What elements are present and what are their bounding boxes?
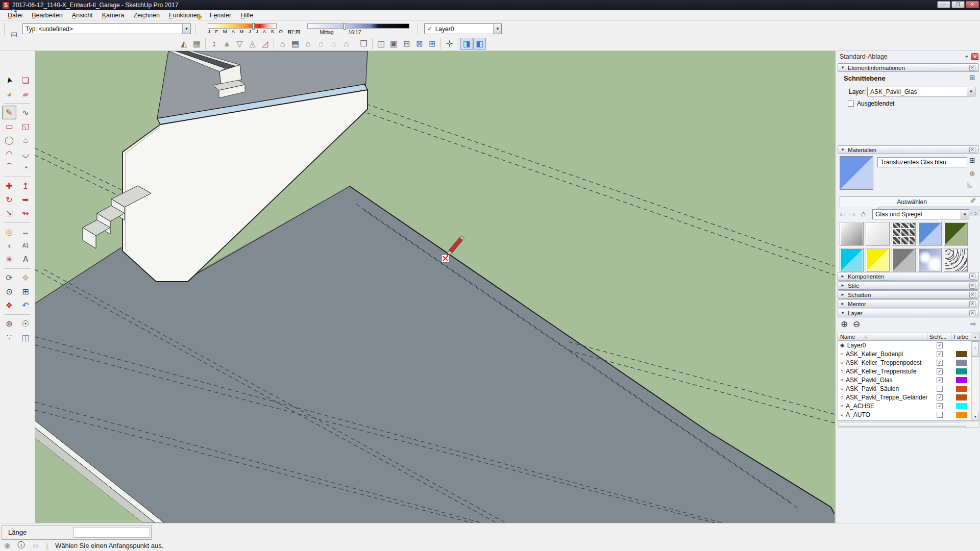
toolbar-grip[interactable] [4,23,6,35]
radio-icon[interactable]: ○ [840,351,843,357]
undo-icon[interactable]: ↶ [8,0,20,6]
previous-view-icon[interactable]: ↶ [18,298,33,312]
section-header-mentor[interactable]: ►Mentor✕ [838,299,978,308]
eyedropper-icon[interactable]: ✐ [970,196,976,205]
dimension-tool-icon[interactable]: ↔ [18,225,33,239]
radio-icon[interactable]: ○ [840,386,843,391]
layer-color-chip[interactable] [956,351,967,357]
visibility-checkbox[interactable]: ✓ [937,368,943,374]
material-glas-grau[interactable] [892,248,916,272]
add-layer-icon[interactable]: ⊕ [841,319,848,330]
layer-details-arrow-icon[interactable]: ⇨ [970,320,976,328]
menu-zeichnen[interactable]: Zeichnen [129,11,164,20]
view-top-icon[interactable]: ▤ [289,38,302,50]
layer-row[interactable]: ○ASK_Pavkl_Säulen [838,384,971,393]
shadow-time-slider-handle[interactable] [344,23,346,30]
forward-arrow-icon[interactable]: ⇨ [850,210,856,218]
material-glas-struktur[interactable] [944,248,968,272]
pin-icon[interactable]: ⌖ [963,53,970,60]
layer-list-vscrollbar[interactable]: ≡ ▼ [971,341,979,421]
visibility-checkbox[interactable]: ✓ [937,342,943,348]
component-options-icon[interactable]: ❖ [193,11,206,23]
radio-icon[interactable]: ○ [840,403,843,409]
layer-color-chip[interactable] [956,368,967,374]
flip-edge-icon[interactable]: ◿ [259,38,272,50]
back-arrow-icon[interactable]: ⇦ [840,210,846,218]
sandbox-from-contours-icon[interactable]: ◭ [178,38,190,50]
zoom-extents-icon[interactable]: ❖ [2,298,16,312]
entity-layer-combo[interactable]: ASK_Pavkl_Glas ▼ [867,87,975,96]
trim-icon[interactable]: ⊠ [413,38,426,50]
material-glas-klar[interactable] [866,222,890,246]
details-arrow-icon[interactable]: ⇨ [971,209,977,217]
section-header-materials[interactable]: ▼ Materialien ✕ [838,145,978,154]
layer-row[interactable]: ○A_ACHSE✓ [838,402,971,410]
material-spiegel-himmel[interactable] [918,248,942,272]
menu-bearbeiten[interactable]: Bearbeiten [27,11,67,20]
display-section-planes-icon[interactable]: ◨ [460,38,473,50]
scroll-up-icon[interactable]: ▲ [971,333,979,340]
section-close-icon[interactable]: ✕ [969,147,975,153]
radio-icon[interactable]: ○ [840,368,843,374]
layer-row[interactable]: ○ASK_Keller_Bodenpl✓ [838,349,971,358]
two-point-arc-tool-icon[interactable]: ◡ [18,147,33,161]
line-tool-icon[interactable]: ✎ [2,106,16,119]
layer-row[interactable]: ○ASK_Keller_Treppenstufe✓ [838,367,971,375]
make-component-icon[interactable]: ❏ [18,73,33,87]
drape-icon[interactable]: ▽ [233,38,246,50]
intersect-icon[interactable]: ◫ [375,38,387,50]
remove-layer-icon[interactable]: ⊖ [853,319,860,330]
menu-kamera[interactable]: Kamera [97,11,129,20]
shadow-date-slider-handle[interactable] [252,23,255,30]
outer-shell-icon[interactable]: ❒ [357,38,370,50]
secondary-pane-toggle-icon[interactable]: ⊞ [969,156,975,164]
section-plane-tool-icon[interactable]: ✛ [443,38,456,50]
redo-icon[interactable]: ↷ [8,6,20,18]
section-plane-icon[interactable]: ◫ [18,331,33,344]
visibility-checkbox[interactable]: ✓ [937,394,943,400]
layer-row[interactable]: ○A_AUTO [838,410,971,419]
look-around-icon[interactable]: ☉ [18,317,33,331]
scroll-down-icon[interactable]: ▼ [972,413,979,420]
stamp-icon[interactable]: ▲ [220,38,233,50]
visibility-checkbox[interactable] [937,412,943,418]
sandbox-from-scratch-icon[interactable]: ▦ [190,38,203,50]
zoom-window-icon[interactable]: ⊞ [18,285,33,298]
column-header-visible[interactable]: Sicht... [927,333,952,340]
section-header-layers[interactable]: ▼ Layer ✕ [838,309,978,317]
freehand-tool-icon[interactable]: ∿ [18,106,33,119]
scrollbar-thumb[interactable] [839,422,966,427]
scale-tool-icon[interactable]: ⇲ [2,207,16,220]
axes-tool-icon[interactable]: ✳ [2,253,16,266]
entity-details-toggle-icon[interactable]: ⊞ [969,73,975,82]
maximize-button[interactable]: ❐ [951,1,965,8]
chevron-down-icon[interactable]: ▼ [967,87,975,96]
section-close-icon[interactable]: ✕ [969,65,975,71]
visibility-checkbox[interactable] [937,386,943,392]
section-header-entity-info[interactable]: ▼ Elementinformationen ✕ [838,63,978,72]
text-tool-icon[interactable]: A1 [18,239,33,253]
tray-close-button[interactable]: ✕ [971,53,978,60]
section-close-icon[interactable]: ✕ [969,301,975,307]
split-icon[interactable]: ⊞ [426,38,438,50]
smoove-icon[interactable]: ↕ [208,38,220,50]
menu-hilfe[interactable]: Hilfe [236,11,258,20]
hidden-checkbox[interactable] [848,101,854,107]
info-icon[interactable]: ⓘ [17,541,24,550]
material-glas-grau-verlauf[interactable] [840,222,864,246]
close-button[interactable]: ✕ [966,1,979,8]
measurement-input[interactable] [74,527,150,538]
layer-row[interactable]: ◉Layer0✓ [838,341,971,349]
radio-icon[interactable]: ○ [840,360,843,365]
minimize-button[interactable]: — [937,1,950,8]
walk-tool-icon[interactable]: ∵ [2,331,16,344]
column-header-color[interactable]: Farbe [951,333,971,340]
section-close-icon[interactable]: ✕ [969,292,975,298]
material-glas-gelb[interactable] [866,248,890,272]
offset-tool-icon[interactable]: ↬ [18,207,33,220]
position-camera-icon[interactable]: ⊚ [2,317,16,331]
section-close-icon[interactable]: ✕ [969,273,975,280]
view-right-icon[interactable]: ⌂ [314,38,327,50]
protractor-icon[interactable]: ◖ [2,239,16,253]
push-pull-tool-icon[interactable]: ↥ [18,179,33,193]
